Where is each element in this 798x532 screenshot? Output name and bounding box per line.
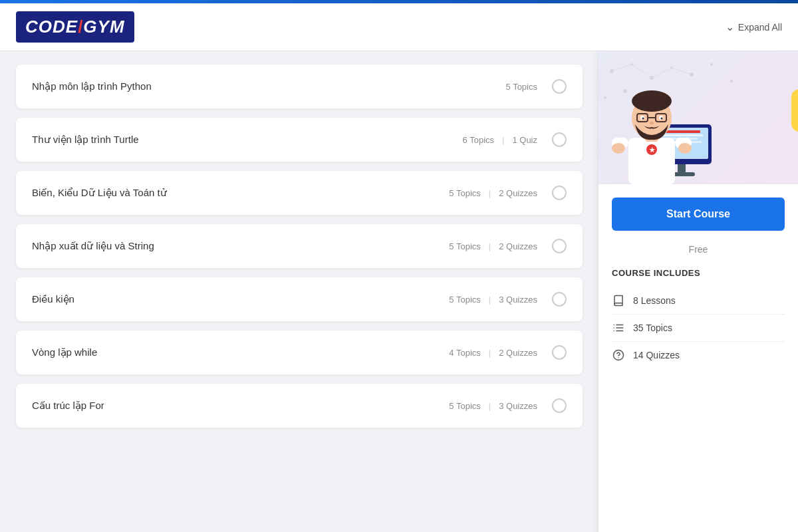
svg-line-12 bbox=[652, 68, 672, 78]
topics-count: 4 Topics bbox=[449, 348, 480, 358]
expand-all-label: Expand All bbox=[738, 22, 782, 33]
course-item-meta: 5 Topics bbox=[506, 79, 567, 94]
topics-count: 5 Topics bbox=[449, 401, 480, 411]
svg-point-26 bbox=[661, 118, 663, 120]
meta-sep: | bbox=[489, 188, 491, 198]
svg-point-25 bbox=[642, 118, 644, 120]
include-item-lessons: 8 Lessons bbox=[612, 287, 785, 315]
header: CODE/GYM ⌄ Expand All bbox=[0, 3, 798, 51]
svg-point-5 bbox=[710, 63, 713, 66]
svg-point-6 bbox=[730, 80, 733, 82]
includes-title: COURSE INCLUDES bbox=[612, 268, 785, 278]
topics-count: 5 Topics bbox=[449, 188, 480, 198]
start-course-button[interactable]: Start Course bbox=[612, 198, 785, 231]
course-item-title: Vòng lặp while bbox=[32, 346, 97, 358]
svg-point-30 bbox=[612, 143, 625, 154]
chevron-down-icon: ⌄ bbox=[726, 21, 734, 33]
meta-sep: | bbox=[489, 401, 491, 411]
quiz-count: 3 Quizzes bbox=[499, 401, 537, 411]
course-item-title: Nhập xuất dữ liệu và String bbox=[32, 240, 154, 252]
topics-count: 5 Topics bbox=[449, 241, 480, 251]
course-item-meta: 5 Topics | 2 Quizzes bbox=[449, 186, 567, 200]
quiz-count: 2 Quizzes bbox=[499, 241, 537, 251]
completion-circle bbox=[552, 186, 567, 200]
svg-point-31 bbox=[678, 143, 692, 154]
course-item[interactable]: Vòng lặp while 4 Topics | 2 Quizzes bbox=[16, 331, 583, 374]
logo[interactable]: CODE/GYM bbox=[16, 11, 134, 43]
book-icon bbox=[612, 294, 625, 307]
svg-point-27 bbox=[650, 122, 654, 124]
topics-count-sidebar: 35 Topics bbox=[633, 323, 672, 333]
completion-circle bbox=[552, 345, 567, 360]
meta-sep: | bbox=[502, 135, 504, 145]
course-hero: ★ bbox=[598, 51, 798, 184]
meta-sep: | bbox=[489, 241, 491, 251]
course-item-meta: 5 Topics | 3 Quizzes bbox=[449, 398, 567, 413]
course-item-title: Nhập môn lập trình Python bbox=[32, 80, 152, 92]
course-item-title: Thư viện lập trình Turtle bbox=[32, 134, 139, 146]
avatar-svg: ★ bbox=[612, 78, 692, 184]
include-item-topics: 35 Topics bbox=[612, 315, 785, 342]
svg-line-11 bbox=[632, 65, 652, 78]
completion-circle bbox=[552, 292, 567, 307]
svg-text:★: ★ bbox=[649, 146, 656, 154]
course-item[interactable]: Nhập môn lập trình Python 5 Topics bbox=[16, 65, 583, 108]
svg-line-10 bbox=[612, 65, 632, 71]
svg-point-7 bbox=[604, 96, 606, 99]
completion-circle bbox=[552, 239, 567, 253]
completion-circle bbox=[552, 79, 567, 94]
lessons-count: 8 Lessons bbox=[633, 295, 676, 306]
course-item-meta: 5 Topics | 3 Quizzes bbox=[449, 292, 567, 307]
logo-text: CODE/GYM bbox=[25, 17, 125, 37]
topics-count: 6 Topics bbox=[463, 135, 494, 145]
quizzes-count: 14 Quizzes bbox=[633, 350, 680, 360]
list-icon bbox=[612, 321, 625, 334]
svg-point-19 bbox=[632, 90, 672, 112]
course-item-meta: 5 Topics | 2 Quizzes bbox=[449, 239, 567, 253]
quiz-count: 2 Quizzes bbox=[499, 188, 537, 198]
topics-count: 5 Topics bbox=[506, 82, 537, 92]
topics-count: 5 Topics bbox=[449, 295, 480, 305]
course-item[interactable]: Thư viện lập trình Turtle 6 Topics | 1 Q… bbox=[16, 118, 583, 162]
course-sidebar: ★ bbox=[598, 51, 798, 532]
course-item-title: Biến, Kiểu Dữ Liệu và Toán tử bbox=[32, 187, 167, 199]
course-item[interactable]: Biến, Kiểu Dữ Liệu và Toán tử 5 Topics |… bbox=[16, 171, 583, 215]
course-list-panel: Nhập môn lập trình Python 5 Topics Thư v… bbox=[0, 51, 598, 532]
completion-circle bbox=[552, 132, 567, 147]
svg-line-13 bbox=[672, 68, 692, 74]
include-item-quizzes: 14 Quizzes bbox=[612, 342, 785, 368]
course-item[interactable]: Cấu trúc lặp For 5 Topics | 3 Quizzes bbox=[16, 384, 583, 428]
expand-all-button[interactable]: ⌄ Expand All bbox=[726, 21, 782, 33]
course-includes: COURSE INCLUDES 8 Lessons bbox=[598, 268, 798, 382]
quiz-count: 1 Quiz bbox=[512, 135, 537, 145]
quiz-icon bbox=[612, 348, 625, 362]
course-item[interactable]: Nhập xuất dữ liệu và String 5 Topics | 2… bbox=[16, 224, 583, 268]
logo-slash: / bbox=[78, 17, 83, 37]
meta-sep: | bbox=[489, 348, 491, 358]
quiz-count: 2 Quizzes bbox=[499, 348, 537, 358]
course-item-meta: 6 Topics | 1 Quiz bbox=[463, 132, 567, 147]
main-content: Nhập môn lập trình Python 5 Topics Thư v… bbox=[0, 51, 798, 532]
course-item-title: Điều kiện bbox=[32, 293, 74, 305]
price-label: Free bbox=[598, 244, 798, 255]
meta-sep: | bbox=[489, 295, 491, 305]
quiz-count: 3 Quizzes bbox=[499, 295, 537, 305]
course-item[interactable]: Điều kiện 5 Topics | 3 Quizzes bbox=[16, 277, 583, 321]
course-item-meta: 4 Topics | 2 Quizzes bbox=[449, 345, 567, 360]
course-item-title: Cấu trúc lặp For bbox=[32, 400, 104, 412]
completion-circle bbox=[552, 398, 567, 413]
